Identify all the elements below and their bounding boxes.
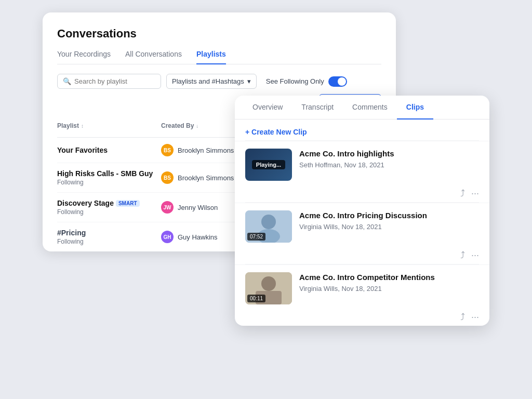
avatar: BS bbox=[161, 171, 174, 184]
tabs-row: Your Recordings All Conversations Playli… bbox=[57, 50, 381, 64]
playlist-name-cell: High Risks Calls - SMB Guy Following bbox=[57, 169, 161, 186]
sort-icon-playlist: ↕ bbox=[81, 123, 84, 129]
tab-playlists[interactable]: Playlists bbox=[196, 50, 226, 64]
share-icon[interactable]: ⤴ bbox=[460, 250, 465, 261]
more-icon[interactable]: ··· bbox=[471, 188, 479, 199]
clip-item: 00:11 Acme Co. Intro Competitor Mentions… bbox=[235, 264, 489, 312]
avatar: GH bbox=[161, 231, 174, 243]
svg-point-1 bbox=[261, 215, 276, 229]
svg-point-4 bbox=[261, 276, 276, 291]
clip-info: Acme Co. Intro Pricing Discussion Virgin… bbox=[299, 210, 479, 231]
playlist-name-cell: Your Favorites bbox=[57, 146, 161, 154]
clip-info: Acme Co. Intro Competitor Mentions Virgi… bbox=[299, 272, 479, 292]
clip-actions: ⤴ ··· bbox=[235, 188, 489, 202]
clip-thumbnail[interactable]: Playing... bbox=[245, 149, 292, 181]
playing-badge: Playing... bbox=[252, 160, 285, 169]
clip-thumbnail[interactable]: 07:52 bbox=[245, 210, 292, 243]
search-icon: 🔍 bbox=[63, 77, 71, 85]
hashtags-dropdown[interactable]: Playlists and #Hashtags ▾ bbox=[166, 74, 257, 89]
share-icon[interactable]: ⤴ bbox=[460, 312, 465, 323]
clip-meta: Seth Hoffman, Nov 18, 2021 bbox=[299, 161, 479, 169]
tab-your-recordings[interactable]: Your Recordings bbox=[57, 50, 111, 64]
clips-tabs-row: Overview Transcript Comments Clips bbox=[235, 96, 489, 119]
clip-item: 07:52 Acme Co. Intro Pricing Discussion … bbox=[235, 203, 489, 250]
sort-icon-created-by: ↓ bbox=[196, 123, 198, 129]
clip-meta: Virginia Wills, Nov 18, 2021 bbox=[299, 223, 479, 231]
share-icon[interactable]: ⤴ bbox=[460, 188, 465, 199]
clip-actions: ⤴ ··· bbox=[235, 312, 489, 326]
see-following-toggle-row: See Following Only bbox=[266, 76, 347, 87]
duration-badge: 07:52 bbox=[247, 233, 265, 241]
tab-overview[interactable]: Overview bbox=[243, 96, 292, 119]
see-following-label: See Following Only bbox=[266, 77, 324, 85]
search-box[interactable]: 🔍 bbox=[57, 74, 161, 89]
page-title: Conversations bbox=[57, 27, 381, 41]
more-icon[interactable]: ··· bbox=[471, 250, 479, 261]
clip-item: Playing... Acme Co. Intro highlights Set… bbox=[235, 141, 489, 188]
clip-title: Acme Co. Intro Pricing Discussion bbox=[299, 210, 479, 221]
more-icon[interactable]: ··· bbox=[471, 312, 479, 323]
tab-comments[interactable]: Comments bbox=[343, 96, 397, 119]
clip-thumbnail[interactable]: 00:11 bbox=[245, 272, 292, 304]
avatar: BS bbox=[161, 144, 174, 156]
clip-title: Acme Co. Intro highlights bbox=[299, 149, 479, 159]
duration-badge: 00:11 bbox=[247, 295, 265, 302]
clip-title: Acme Co. Intro Competitor Mentions bbox=[299, 272, 479, 283]
smart-badge: SMART bbox=[116, 200, 140, 207]
tab-clips[interactable]: Clips bbox=[397, 96, 433, 119]
tab-transcript[interactable]: Transcript bbox=[292, 96, 343, 119]
clip-info: Acme Co. Intro highlights Seth Hoffman, … bbox=[299, 149, 479, 169]
clip-meta: Virginia Wills, Nov 18, 2021 bbox=[299, 285, 479, 292]
search-input[interactable] bbox=[74, 77, 155, 85]
create-new-clip-link[interactable]: + Create New Clip bbox=[235, 119, 489, 140]
clips-card: Overview Transcript Comments Clips + Cre… bbox=[235, 96, 489, 326]
tab-all-conversations[interactable]: All Conversations bbox=[125, 50, 182, 64]
following-toggle[interactable] bbox=[328, 76, 347, 87]
playlist-name-cell: #Pricing Following bbox=[57, 229, 161, 245]
th-playlist: Playlist ↕ bbox=[57, 118, 161, 133]
chevron-down-icon: ▾ bbox=[247, 77, 251, 85]
clip-actions: ⤴ ··· bbox=[235, 250, 489, 264]
avatar: JW bbox=[161, 201, 174, 214]
playlist-name-cell: Discovery Stage SMART Following bbox=[57, 199, 161, 216]
